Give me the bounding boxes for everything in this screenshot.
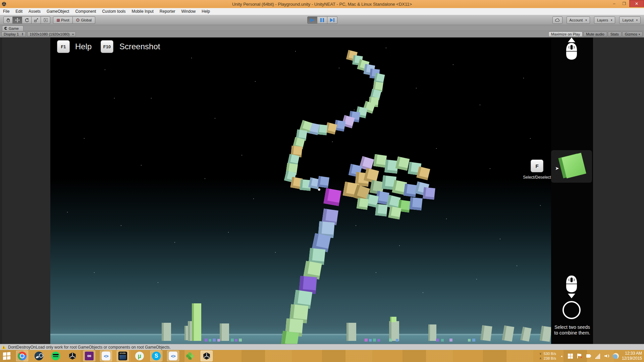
taskbar-clover[interactable]	[184, 351, 196, 361]
menu-edit[interactable]: Edit	[12, 9, 25, 14]
tab-strip: Game	[0, 25, 644, 31]
windows-logo-icon	[3, 352, 10, 360]
mouse-scroll-icon	[565, 275, 579, 293]
layout-label: Layout	[622, 18, 633, 22]
menu-assets[interactable]: Assets	[25, 9, 44, 14]
menu-help[interactable]: Help	[199, 9, 213, 14]
action-center-flag-icon[interactable]	[577, 353, 583, 359]
game-control-bar: Display 1 ▲▼ 644x362 (644x362) ▾ Max…	[0, 31, 644, 38]
pivot-toggle-button[interactable]: Pivot	[53, 16, 73, 24]
taskbar-code-2[interactable]: <>	[167, 351, 179, 361]
layout-dropdown[interactable]: Layout ▾	[619, 16, 641, 24]
taskbar-code-1[interactable]: <>	[100, 351, 112, 361]
close-button[interactable]: ✕	[629, 0, 644, 7]
network-meter: ∨530 B/s ∧238 B/s	[539, 351, 556, 361]
network-signal-icon[interactable]	[595, 353, 601, 359]
star	[121, 225, 121, 226]
restore-button[interactable]: ❐	[619, 0, 629, 7]
star	[241, 155, 242, 156]
kindle-label: kindle	[120, 352, 126, 355]
taskbar-skype[interactable]: S	[150, 351, 162, 361]
star	[94, 272, 95, 273]
pause-button[interactable]	[317, 16, 327, 24]
rect-tool-button[interactable]	[41, 16, 50, 24]
resolution-selector[interactable]: 644x362 (644x362) ▾	[27, 32, 76, 37]
cloud-button[interactable]	[552, 16, 562, 24]
mute-audio-toggle[interactable]: Mute audio	[583, 32, 607, 37]
tab-game[interactable]: Game	[2, 25, 23, 31]
menu-gameobject[interactable]: GameObject	[44, 9, 72, 14]
clock[interactable]: 12:33 AM 12/19/2015	[622, 351, 642, 361]
account-dropdown[interactable]: Account ▾	[567, 16, 590, 24]
tray-app-icon[interactable]	[613, 353, 619, 359]
chevron-down-icon: ▾	[639, 33, 640, 36]
star	[228, 232, 229, 233]
steam-icon	[35, 352, 43, 360]
hand-tool-button[interactable]	[3, 16, 13, 24]
clover-icon	[185, 352, 194, 360]
step-button[interactable]	[327, 16, 337, 24]
select-hint: F Select/Deselect	[520, 160, 554, 180]
pivot-global-group: Pivot Global	[53, 16, 95, 24]
toolbar: Pivot Global Account ▾ Layers ▾	[0, 15, 644, 25]
chevron-down-icon: ▾	[611, 18, 612, 22]
taskbar-visual-studio[interactable]: ∞	[83, 351, 95, 361]
menu-window[interactable]: Window	[178, 9, 199, 14]
minimize-button[interactable]: –	[609, 0, 619, 7]
taskbar-spotify[interactable]	[50, 351, 62, 361]
taskbar-icons: ∞ <> kindle µ S <>	[16, 351, 213, 361]
star	[356, 225, 356, 226]
mini	[235, 339, 237, 342]
taskbar-steam[interactable]	[33, 351, 45, 361]
scale-tool-button[interactable]	[32, 16, 41, 24]
game-control-right: Maximize on Play Mute audio Stats Gizmos…	[548, 32, 643, 37]
taskbar-unity[interactable]	[66, 351, 78, 361]
chrome-icon	[18, 352, 26, 360]
stats-toggle[interactable]: Stats	[608, 32, 622, 37]
display-label: Display 1	[4, 32, 19, 36]
pillar	[192, 303, 201, 341]
cube	[281, 331, 299, 344]
pillar	[162, 323, 171, 341]
star	[215, 118, 215, 119]
taskbar-kindle[interactable]: kindle	[117, 351, 129, 361]
menu-custom-tools[interactable]: Custom tools	[99, 9, 128, 14]
display-selector[interactable]: Display 1 ▲▼	[1, 32, 26, 37]
star	[517, 265, 517, 266]
volume-icon[interactable]	[604, 353, 610, 359]
tray-windows-icon[interactable]	[568, 353, 574, 359]
taskbar-utorrent[interactable]: µ	[133, 351, 146, 361]
taskbar-unity-active[interactable]	[201, 351, 213, 361]
gizmos-dropdown[interactable]: Gizmos ▾	[622, 32, 643, 37]
menu-mobile-input[interactable]: Mobile Input	[128, 9, 156, 14]
rotate-tool-button[interactable]	[22, 16, 32, 24]
select-label: Select/Deselect	[520, 175, 554, 180]
star	[476, 279, 477, 280]
layers-dropdown[interactable]: Layers ▾	[594, 16, 615, 24]
hand-icon	[6, 18, 10, 22]
status-bar[interactable]: ! DontDestroyOnLoad only work for root G…	[0, 344, 644, 350]
mini	[231, 339, 234, 342]
menu-component[interactable]: Component	[72, 9, 99, 14]
menu-file[interactable]: File	[0, 9, 12, 14]
chevron-down-icon: ▾	[72, 33, 73, 36]
taskbar-chrome[interactable]	[16, 351, 28, 361]
cube	[357, 198, 369, 210]
star	[141, 165, 142, 166]
toolbar-right: Account ▾ Layers ▾ Layout ▾	[552, 16, 641, 24]
play-button[interactable]	[307, 16, 317, 24]
tray-expand-icon[interactable]: ▲	[560, 355, 563, 358]
move-tool-button[interactable]	[13, 16, 22, 24]
global-label: Global	[81, 18, 92, 22]
mini	[441, 339, 444, 342]
star	[423, 292, 423, 293]
unity-icon	[68, 352, 77, 360]
battery-icon[interactable]	[586, 353, 592, 359]
menu-reporter[interactable]: Reporter	[157, 9, 178, 14]
global-toggle-button[interactable]: Global	[73, 16, 95, 24]
scale-icon	[34, 18, 39, 22]
help-label: Help	[75, 42, 92, 51]
arrow-right-icon: ➤	[555, 166, 559, 171]
maximize-on-play-toggle[interactable]: Maximize on Play	[548, 32, 583, 37]
start-button[interactable]	[0, 350, 13, 362]
